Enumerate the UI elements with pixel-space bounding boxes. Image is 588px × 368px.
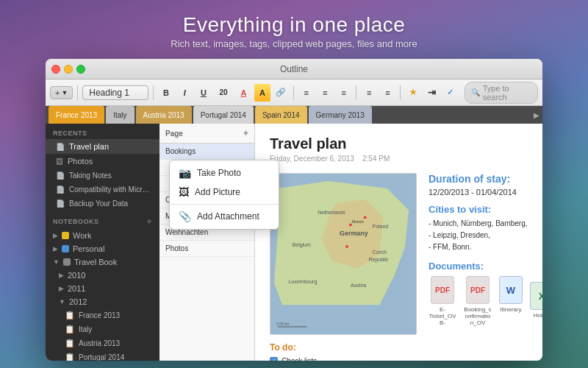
main-area: RECENTS 📄 Travel plan 🖼 Photos 📄 Taking … bbox=[46, 124, 542, 361]
map-image: Germany Netherlands Belgium Poland Czech… bbox=[270, 173, 417, 335]
doc-hotels[interactable]: X Hotels bbox=[530, 282, 542, 326]
align-left-button[interactable]: ≡ bbox=[298, 84, 314, 102]
svg-rect-3 bbox=[270, 305, 416, 334]
search-box[interactable]: 🔍 Type to search bbox=[465, 82, 538, 104]
notebook-italy[interactable]: 📋 Italy bbox=[46, 322, 159, 336]
svg-text:Belgium: Belgium bbox=[293, 242, 311, 248]
notebook-travel-book[interactable]: ▼ Travel Book bbox=[46, 255, 159, 269]
menu-label-add-attachment: Add Attachment bbox=[197, 211, 259, 222]
doc-eticket[interactable]: PDF E-Ticket_OVB- bbox=[429, 276, 456, 326]
notebook-2012[interactable]: ▼ 2012 bbox=[46, 295, 159, 308]
search-icon: 🔍 bbox=[471, 88, 480, 96]
add-notebook-button[interactable]: + bbox=[146, 216, 152, 227]
sidebar-item-compatibility[interactable]: 📄 Compatibility with Microsoft O... bbox=[46, 183, 159, 197]
recents-header: RECENTS bbox=[46, 124, 159, 139]
menu-item-add-picture[interactable]: 🖼 Add Picture bbox=[170, 183, 279, 202]
tab-portugal-2014[interactable]: Portugal 2014 bbox=[193, 106, 254, 124]
check-button[interactable]: ✓ bbox=[442, 84, 458, 102]
notelist-item-photos[interactable]: Photos bbox=[159, 241, 254, 257]
list-number-button[interactable]: ≡ bbox=[380, 84, 395, 102]
font-size-input[interactable]: 20 bbox=[215, 84, 233, 102]
star-button[interactable]: ★ bbox=[405, 84, 420, 102]
tab-germany-2013[interactable]: Germany 2013 bbox=[309, 106, 372, 124]
toolbar-separator-3 bbox=[293, 85, 294, 100]
notelist-item-bookings[interactable]: Bookings bbox=[159, 144, 254, 160]
doc-name-hotels: Hotels bbox=[534, 312, 542, 319]
add-button[interactable]: + ▼ bbox=[50, 86, 73, 99]
chevron-down-icon-2: ▼ bbox=[59, 298, 65, 305]
bold-button[interactable]: B bbox=[158, 84, 173, 102]
list-bullet-button[interactable]: ≡ bbox=[361, 84, 376, 102]
page-icon: 📋 bbox=[65, 311, 75, 320]
note-info-panel: Duration of stay: 12/20/2013 - 01/04/201… bbox=[429, 173, 542, 361]
notebook-portugal-2014[interactable]: 📋 Portugal 2014 bbox=[46, 350, 159, 361]
indent-button[interactable]: ⇥ bbox=[424, 84, 440, 102]
svg-text:Netherlands: Netherlands bbox=[318, 210, 345, 215]
align-right-button[interactable]: ≡ bbox=[336, 84, 351, 102]
tabbar: France 2013 Italy Austria 2013 Portugal … bbox=[46, 106, 542, 124]
notebook-color-travel bbox=[63, 258, 71, 266]
heading-select[interactable]: Heading 1 bbox=[82, 85, 148, 100]
tab-france-2013[interactable]: France 2013 bbox=[49, 106, 104, 124]
notebook-2011[interactable]: ▶ 2011 bbox=[46, 282, 159, 295]
search-placeholder: Type to search bbox=[483, 84, 531, 102]
tab-scroll-right-icon[interactable]: ▶ bbox=[534, 106, 539, 124]
close-button[interactable] bbox=[51, 65, 60, 74]
notebook-france-2013[interactable]: 📋 France 2013 bbox=[46, 308, 159, 322]
chevron-right-icon-4: ▶ bbox=[59, 285, 64, 292]
toolbar-separator-2 bbox=[153, 85, 154, 100]
link-button[interactable]: 🔗 bbox=[273, 84, 289, 102]
doc-name-booking: Booking_confirmation_OV bbox=[464, 306, 492, 326]
chevron-down-icon: ▼ bbox=[53, 258, 60, 266]
camera-icon: 📷 bbox=[179, 167, 191, 179]
tab-austria-2013[interactable]: Austria 2013 bbox=[136, 106, 192, 124]
todo-title: To do: bbox=[270, 342, 417, 353]
pdf-icon-eticket: PDF bbox=[431, 276, 454, 304]
notebook-personal[interactable]: ▶ Personal bbox=[46, 242, 159, 255]
sidebar-item-backup[interactable]: 📄 Backup Your Data bbox=[46, 197, 159, 210]
tab-spain-2014[interactable]: Spain 2014 bbox=[255, 106, 307, 124]
sidebar-item-photos[interactable]: 🖼 Photos bbox=[46, 154, 159, 169]
context-menu: 📷 Take Photo 🖼 Add Picture 📎 Add Attachm… bbox=[169, 160, 279, 230]
sidebar-item-taking-notes[interactable]: 📄 Taking Notes bbox=[46, 169, 159, 183]
sidebar-item-travel-plan[interactable]: 📄 Travel plan bbox=[46, 139, 159, 154]
svg-text:Republic: Republic bbox=[369, 257, 389, 263]
align-center-button[interactable]: ≡ bbox=[317, 84, 332, 102]
word-icon-itinerary: W bbox=[499, 276, 523, 304]
chevron-right-icon-2: ▶ bbox=[53, 245, 58, 252]
hero-title: Everything in one place bbox=[0, 13, 588, 37]
map-container: Germany Netherlands Belgium Poland Czech… bbox=[270, 173, 417, 361]
pdf-icon-booking: PDF bbox=[466, 276, 490, 304]
italic-button[interactable]: I bbox=[177, 84, 193, 102]
svg-text:Poland: Poland bbox=[373, 224, 389, 229]
font-color-button[interactable]: A bbox=[236, 84, 251, 102]
traffic-lights bbox=[51, 65, 85, 74]
svg-text:Austria: Austria bbox=[351, 283, 367, 288]
toolbar-separator-4 bbox=[356, 85, 356, 100]
checkbox-check-lists[interactable]: ✓ bbox=[270, 357, 278, 361]
toolbar-separator-5 bbox=[400, 85, 401, 100]
titlebar: Outline bbox=[46, 59, 542, 79]
doc-name-eticket: E-Ticket_OVB- bbox=[429, 306, 456, 326]
notebook-work[interactable]: ▶ Work bbox=[46, 229, 159, 242]
page-icon-4: 📋 bbox=[65, 353, 75, 361]
tab-italy[interactable]: Italy bbox=[106, 106, 134, 124]
maximize-button[interactable] bbox=[76, 65, 85, 74]
underline-button[interactable]: U bbox=[196, 84, 211, 102]
note-meta: Friday, December 6, 2013 2:54 PM bbox=[270, 155, 528, 163]
svg-text:Germany: Germany bbox=[340, 230, 368, 237]
add-page-button[interactable]: + bbox=[243, 128, 248, 138]
menu-item-add-attachment[interactable]: 📎 Add Attachment bbox=[170, 207, 279, 226]
note-title-main: Travel plan bbox=[270, 135, 528, 152]
duration-value: 12/20/2013 - 01/04/2014 bbox=[429, 188, 542, 197]
menu-label-take-photo: Take Photo bbox=[197, 168, 241, 178]
notebook-2010[interactable]: ▶ 2010 bbox=[46, 269, 159, 282]
app-window: Outline + ▼ Heading 1 B I U 20 A A 🔗 ≡ ≡… bbox=[46, 59, 542, 361]
minimize-button[interactable] bbox=[64, 65, 73, 74]
doc-itinerary[interactable]: W Itinerary bbox=[499, 276, 523, 326]
highlight-button[interactable]: A bbox=[254, 84, 270, 102]
notebook-austria-2013[interactable]: 📋 Austria 2013 bbox=[46, 336, 159, 350]
doc-name-itinerary: Itinerary bbox=[501, 306, 522, 313]
doc-booking[interactable]: PDF Booking_confirmation_OV bbox=[464, 276, 492, 326]
menu-item-take-photo[interactable]: 📷 Take Photo bbox=[170, 163, 279, 183]
